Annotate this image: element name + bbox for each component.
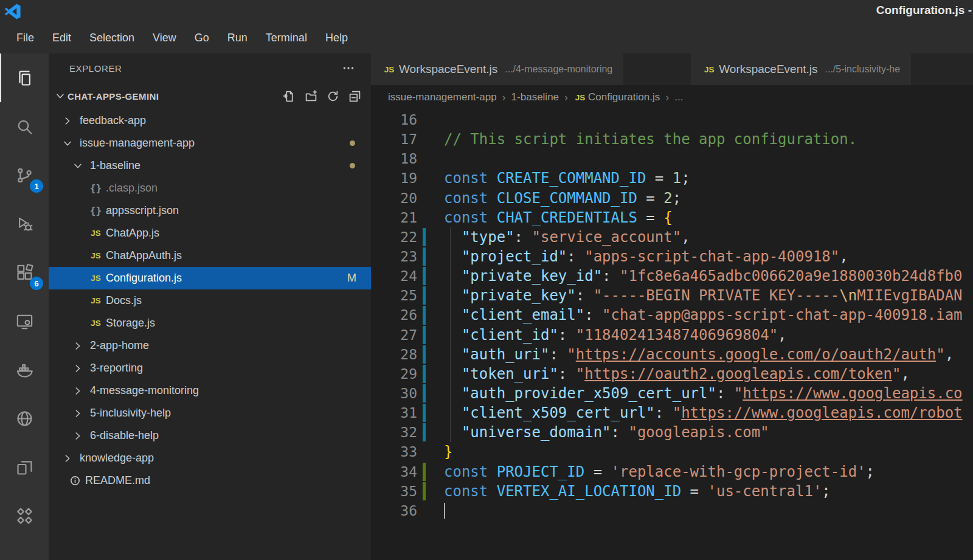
code-line-text[interactable]: "type": "service_account", <box>431 227 973 247</box>
line-number[interactable]: 20 <box>371 188 417 208</box>
code-line-text[interactable] <box>431 110 973 130</box>
code-line-text[interactable]: "auth_uri": "https://accounts.google.com… <box>431 345 973 364</box>
tree-item-appsscript-json[interactable]: {}appsscript.json <box>49 199 371 222</box>
line-number[interactable]: 27 <box>371 325 417 345</box>
code-line-text[interactable]: const PROJECT_ID = 'replace-with-gcp-pro… <box>431 462 973 482</box>
code-line[interactable]: 36 <box>371 501 973 520</box>
refresh-button[interactable] <box>327 90 339 103</box>
breadcrumb-item[interactable]: 1-baseline <box>511 91 559 103</box>
code-line[interactable]: 29 "token_uri": "https://oauth2.googleap… <box>371 364 973 384</box>
editor-tab[interactable]: JSWorkspaceEvent.js.../5-inclusivity-he <box>691 54 911 85</box>
tree-item-docs-js[interactable]: JSDocs.js <box>49 289 371 312</box>
line-number[interactable]: 35 <box>371 482 417 501</box>
code-line[interactable]: 31 "client_x509_cert_url": "https://www.… <box>371 403 973 423</box>
line-number[interactable]: 29 <box>371 364 417 384</box>
code-line[interactable]: 18 <box>371 149 973 168</box>
activity-search[interactable] <box>0 102 49 151</box>
code-line[interactable]: 28 "auth_uri": "https://accounts.google.… <box>371 345 973 364</box>
code-line[interactable]: 20const CLOSE_COMMAND_ID = 2; <box>371 188 973 208</box>
menu-item-run[interactable]: Run <box>218 28 257 48</box>
tree-item-2-app-home[interactable]: 2-app-home <box>49 334 371 357</box>
code-line-text[interactable]: "auth_provider_x509_cert_url": "https://… <box>431 384 973 403</box>
line-number[interactable]: 34 <box>371 462 417 482</box>
line-number[interactable]: 19 <box>371 168 417 188</box>
tree-item-knowledge-app[interactable]: knowledge-app <box>49 447 371 469</box>
code-line-text[interactable] <box>431 149 973 168</box>
activity-web-globe[interactable] <box>0 394 49 443</box>
breadcrumb-item[interactable]: issue-management-app <box>388 91 497 103</box>
breadcrumb-item[interactable]: ... <box>674 91 683 103</box>
activity-source-control[interactable]: 1 <box>0 151 49 199</box>
activity-extensions[interactable]: 6 <box>0 248 49 297</box>
code-line-text[interactable] <box>431 501 973 520</box>
breadcrumb-item[interactable]: JSConfiguration.js <box>573 91 660 103</box>
code-line-text[interactable]: "client_id": "118402413487406969804", <box>431 325 973 345</box>
activity-run-debug[interactable] <box>0 199 49 248</box>
menu-item-help[interactable]: Help <box>316 28 357 48</box>
tree-item-storage-js[interactable]: JSStorage.js <box>49 312 371 334</box>
code-line[interactable]: 33} <box>371 442 973 461</box>
code-line[interactable]: 26 "client_email": "chat-app@apps-script… <box>371 305 973 325</box>
tree-item-issue-management-app[interactable]: issue-management-app <box>49 132 371 154</box>
code-line-text[interactable]: "private_key": "-----BEGIN PRIVATE KEY--… <box>431 286 973 305</box>
menu-item-terminal[interactable]: Terminal <box>257 28 316 48</box>
line-number[interactable]: 23 <box>371 247 417 266</box>
activity-docker[interactable] <box>0 345 49 394</box>
line-number[interactable]: 31 <box>371 403 417 423</box>
collapse-all-button[interactable] <box>348 90 361 103</box>
tree-item-5-inclusivity-help[interactable]: 5-inclusivity-help <box>49 402 371 424</box>
menu-item-file[interactable]: File <box>7 28 43 48</box>
code-line-text[interactable]: "project_id": "apps-script-chat-app-4009… <box>431 247 973 266</box>
line-number[interactable]: 33 <box>371 442 417 461</box>
code-line[interactable]: 21const CHAT_CREDENTIALS = { <box>371 208 973 227</box>
more-actions-button[interactable] <box>342 61 355 75</box>
code-line[interactable]: 35const VERTEX_AI_LOCATION_ID = 'us-cent… <box>371 482 973 501</box>
code-line-text[interactable]: // This script initiates the app configu… <box>431 130 973 149</box>
new-file-button[interactable] <box>283 90 296 103</box>
code-line-text[interactable]: "client_x509_cert_url": "https://www.goo… <box>431 403 973 423</box>
menu-item-edit[interactable]: Edit <box>43 28 80 48</box>
workspace-section-header[interactable]: CHAT-APPS-GEMINI <box>49 83 371 109</box>
menu-item-view[interactable]: View <box>144 28 185 48</box>
tree-item--clasp-json[interactable]: {}.clasp.json <box>49 177 371 199</box>
code-line-text[interactable]: const VERTEX_AI_LOCATION_ID = 'us-centra… <box>431 482 973 501</box>
tree-item-1-baseline[interactable]: 1-baseline <box>49 154 371 177</box>
line-number[interactable]: 26 <box>371 305 417 325</box>
code-line[interactable]: 34const PROJECT_ID = 'replace-with-gcp-p… <box>371 462 973 482</box>
code-line[interactable]: 16 <box>371 110 973 130</box>
line-number[interactable]: 30 <box>371 384 417 403</box>
editor-tab[interactable]: JSWorkspaceEvent.js.../4-message-monitor… <box>371 54 623 85</box>
activity-gemini-code-assist[interactable] <box>0 491 49 540</box>
code-line-text[interactable]: const CREATE_COMMAND_ID = 1; <box>431 168 973 188</box>
code-line-text[interactable]: "private_key_id": "1fc8e6a465adbc006620a… <box>431 266 973 286</box>
tree-item-6-disable-help[interactable]: 6-disable-help <box>49 424 371 447</box>
activity-live-preview[interactable] <box>0 297 49 345</box>
tree-item-4-message-monitoring[interactable]: 4-message-monitoring <box>49 379 371 402</box>
line-number[interactable]: 24 <box>371 266 417 286</box>
tree-item-chatapp-js[interactable]: JSChatApp.js <box>49 222 371 244</box>
tree-item-readme-md[interactable]: README.md <box>49 469 371 492</box>
code-editor[interactable]: 1617// This script initiates the app con… <box>371 109 973 560</box>
new-folder-button[interactable] <box>305 90 317 103</box>
activity-explorer[interactable] <box>0 54 49 102</box>
code-line-text[interactable]: "token_uri": "https://oauth2.googleapis.… <box>431 364 973 384</box>
activity-remote-explorer[interactable] <box>0 443 49 491</box>
tree-item-3-reporting[interactable]: 3-reporting <box>49 357 371 379</box>
tree-item-chatappauth-js[interactable]: JSChatAppAuth.js <box>49 244 371 267</box>
code-line[interactable]: 24 "private_key_id": "1fc8e6a465adbc0066… <box>371 266 973 286</box>
line-number[interactable]: 36 <box>371 501 417 520</box>
line-number[interactable]: 17 <box>371 130 417 149</box>
code-line-text[interactable]: const CLOSE_COMMAND_ID = 2; <box>431 188 973 208</box>
code-line[interactable]: 25 "private_key": "-----BEGIN PRIVATE KE… <box>371 286 973 305</box>
code-line[interactable]: 23 "project_id": "apps-script-chat-app-4… <box>371 247 973 266</box>
line-number[interactable]: 25 <box>371 286 417 305</box>
code-line[interactable]: 22 "type": "service_account", <box>371 227 973 247</box>
code-line[interactable]: 27 "client_id": "118402413487406969804", <box>371 325 973 345</box>
code-line[interactable]: 32 "universe_domain": "googleapis.com" <box>371 423 973 442</box>
code-line[interactable]: 17// This script initiates the app confi… <box>371 130 973 149</box>
line-number[interactable]: 18 <box>371 149 417 168</box>
menu-item-go[interactable]: Go <box>185 28 218 48</box>
line-number[interactable]: 16 <box>371 110 417 130</box>
menu-item-selection[interactable]: Selection <box>80 28 144 48</box>
line-number[interactable]: 22 <box>371 227 417 247</box>
